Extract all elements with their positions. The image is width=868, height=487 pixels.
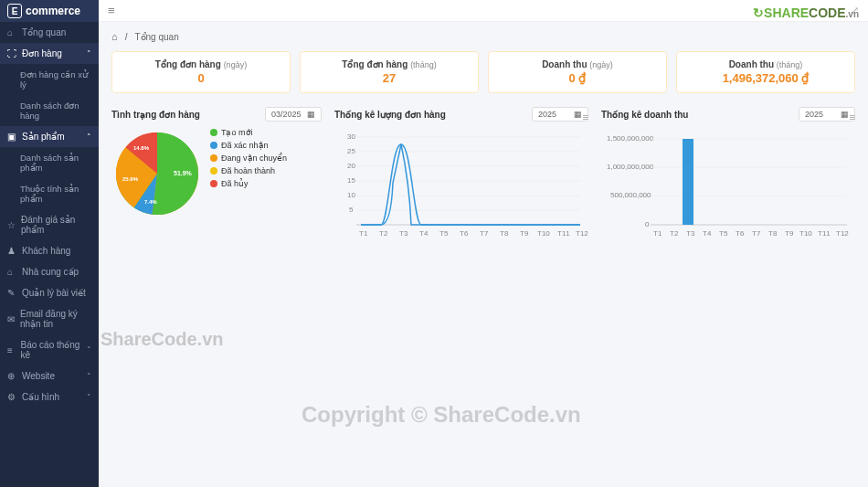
- svg-text:14.8%: 14.8%: [133, 145, 150, 151]
- legend-dot: [210, 142, 217, 149]
- star-icon: ☆: [7, 220, 16, 230]
- sidebar-item-products-attr[interactable]: Thuộc tính sản phẩm: [0, 178, 99, 209]
- legend-dot: [210, 167, 217, 175]
- sidebar-item-orders-pending[interactable]: Đơn hàng cần xử lý: [0, 64, 99, 95]
- pie-legend: Tạo mới Đã xác nhận Đang vận chuyển Đã h…: [210, 128, 287, 188]
- globe-icon: ⊕: [7, 371, 16, 381]
- stat-label: Tổng đơn hàng (tháng): [306, 59, 472, 69]
- main-content: ⌂ / Tổng quan Tổng đơn hàng (ngày) 0 Tổn…: [99, 22, 868, 487]
- pie-block: Tình trạng đơn hàng 03/2025▦: [111, 106, 322, 247]
- svg-rect-37: [683, 139, 693, 225]
- sidebar-item-label: Nhà cung cấp: [22, 267, 79, 277]
- stat-value: 0 ₫: [494, 71, 661, 85]
- svg-text:T4: T4: [703, 229, 712, 238]
- hamburger-icon[interactable]: ≡: [108, 4, 115, 17]
- chart-menu-icon[interactable]: ≡: [583, 111, 588, 122]
- svg-text:T6: T6: [736, 229, 745, 238]
- building-icon: ⌂: [7, 267, 16, 277]
- sidebar-item-overview[interactable]: ⌂ Tổng quan: [0, 22, 99, 43]
- svg-text:T12: T12: [576, 229, 588, 238]
- gear-icon: ⚙: [7, 392, 16, 402]
- legend-item: Đã hoàn thành: [210, 166, 287, 175]
- svg-text:15: 15: [347, 176, 355, 185]
- sidebar-item-label: Cấu hình: [22, 392, 59, 402]
- stat-row: Tổng đơn hàng (ngày) 0 Tổng đơn hàng (th…: [111, 51, 855, 93]
- sidebar-item-products[interactable]: ▣ Sản phẩm ˄: [0, 126, 99, 147]
- calendar-icon: ▦: [574, 110, 582, 119]
- sidebar-item-posts[interactable]: ✎Quản lý bài viết: [0, 282, 99, 303]
- orders-icon: ⛶: [7, 48, 16, 58]
- sidebar-item-products-list[interactable]: Danh sách sản phẩm: [0, 147, 99, 178]
- svg-text:T3: T3: [399, 229, 408, 238]
- svg-text:T4: T4: [419, 229, 429, 238]
- calendar-icon: ▦: [307, 110, 315, 119]
- calendar-icon: ▦: [841, 110, 849, 119]
- sidebar-item-emails[interactable]: ✉Email đăng ký nhận tin: [0, 303, 99, 334]
- svg-text:T5: T5: [719, 229, 728, 238]
- mail-icon: ✉: [7, 314, 15, 324]
- stat-label: Doanh thu (ngày): [494, 59, 661, 69]
- svg-text:T3: T3: [686, 229, 695, 238]
- chart-menu-icon[interactable]: ≡: [850, 111, 855, 122]
- svg-text:T5: T5: [439, 229, 449, 238]
- chart-row: Tình trạng đơn hàng 03/2025▦: [111, 106, 855, 247]
- stat-card-orders-day: Tổng đơn hàng (ngày) 0: [111, 51, 291, 93]
- stat-value: 1,496,372,060 ₫: [683, 71, 849, 85]
- line-block: Thống kê lượng đơn hàng 2025▦ ≡ 30 25 20…: [334, 106, 588, 247]
- legend-item: Đã xác nhận: [210, 141, 287, 150]
- line-year-input[interactable]: 2025▦: [532, 107, 588, 122]
- sidebar-item-reviews[interactable]: ☆Đánh giá sản phẩm: [0, 209, 99, 240]
- bar-year-input[interactable]: 2025▦: [799, 107, 855, 122]
- sidebar-item-orders-list[interactable]: Danh sách đơn hàng: [0, 95, 99, 126]
- stat-value: 27: [306, 71, 472, 85]
- sidebar-item-label: Danh sách đơn hàng: [20, 101, 91, 121]
- home-icon[interactable]: ⌂: [111, 31, 118, 42]
- svg-text:10: 10: [347, 191, 355, 199]
- chevron-down-icon: ˅: [87, 372, 91, 381]
- svg-text:30: 30: [347, 132, 355, 141]
- pencil-icon: ✎: [7, 288, 16, 298]
- chart-icon: ≡: [7, 345, 16, 355]
- svg-text:51.9%: 51.9%: [174, 170, 193, 176]
- sidebar-item-orders[interactable]: ⛶ Đơn hàng ˄: [0, 43, 99, 64]
- logo-text: commerce: [26, 5, 80, 17]
- svg-text:T12: T12: [836, 229, 849, 238]
- svg-text:1,500,000,000: 1,500,000,000: [607, 134, 654, 143]
- pie-chart: 51.9% 7.4% 25.9% 14.8%: [111, 128, 203, 219]
- breadcrumb-current: Tổng quan: [134, 32, 178, 42]
- sidebar-item-label: Tổng quan: [22, 27, 66, 37]
- svg-text:T10: T10: [799, 229, 812, 238]
- logo[interactable]: E commerce: [0, 0, 99, 22]
- sidebar-item-suppliers[interactable]: ⌂Nhà cung cấp: [0, 261, 99, 282]
- sidebar-item-reports[interactable]: ≡Báo cáo thống kê˅: [0, 334, 99, 365]
- pie-title: Tình trạng đơn hàng: [111, 110, 200, 120]
- sidebar-item-label: Quản lý bài viết: [22, 288, 86, 298]
- svg-text:T8: T8: [500, 229, 509, 238]
- chevron-up-icon: ˄: [87, 132, 91, 142]
- users-icon: ♟: [7, 246, 16, 256]
- sidebar: E commerce ⌂ Tổng quan ⛶ Đơn hàng ˄ Đơn …: [0, 0, 99, 487]
- sidebar-item-settings[interactable]: ⚙Cấu hình˅: [0, 386, 99, 408]
- stat-card-revenue-day: Doanh thu (ngày) 0 ₫: [488, 51, 667, 93]
- stat-card-revenue-month: Doanh thu (tháng) 1,496,372,060 ₫: [676, 51, 855, 93]
- sidebar-item-customers[interactable]: ♟Khách hàng: [0, 240, 99, 261]
- fullscreen-icon[interactable]: ⤢: [851, 5, 859, 16]
- svg-text:T2: T2: [379, 229, 388, 238]
- svg-text:T7: T7: [752, 229, 761, 238]
- svg-text:T2: T2: [670, 229, 679, 238]
- pie-date-input[interactable]: 03/2025▦: [265, 107, 322, 122]
- line-title: Thống kê lượng đơn hàng: [334, 110, 446, 120]
- legend-item: Đã hủy: [210, 179, 287, 188]
- sidebar-item-label: Báo cáo thống kê: [21, 340, 82, 360]
- topbar: ≡ ⤢: [99, 0, 868, 22]
- products-icon: ▣: [7, 132, 16, 142]
- svg-text:T10: T10: [537, 229, 550, 238]
- dashboard-icon: ⌂: [7, 27, 16, 37]
- sidebar-item-label: Đánh giá sản phẩm: [21, 215, 91, 235]
- stat-label: Tổng đơn hàng (ngày): [118, 59, 284, 69]
- svg-text:T1: T1: [359, 229, 368, 238]
- svg-text:0: 0: [645, 220, 650, 228]
- svg-text:T6: T6: [460, 229, 469, 238]
- svg-text:1,000,000,000: 1,000,000,000: [607, 163, 654, 171]
- sidebar-item-website[interactable]: ⊕Website˅: [0, 365, 99, 386]
